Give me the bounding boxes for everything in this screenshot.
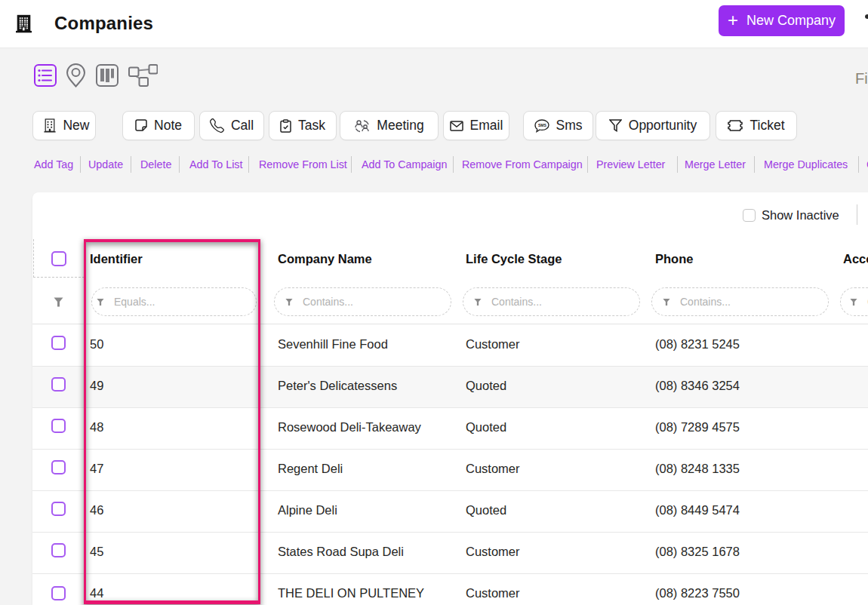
svg-text:SMS: SMS [538, 123, 547, 127]
